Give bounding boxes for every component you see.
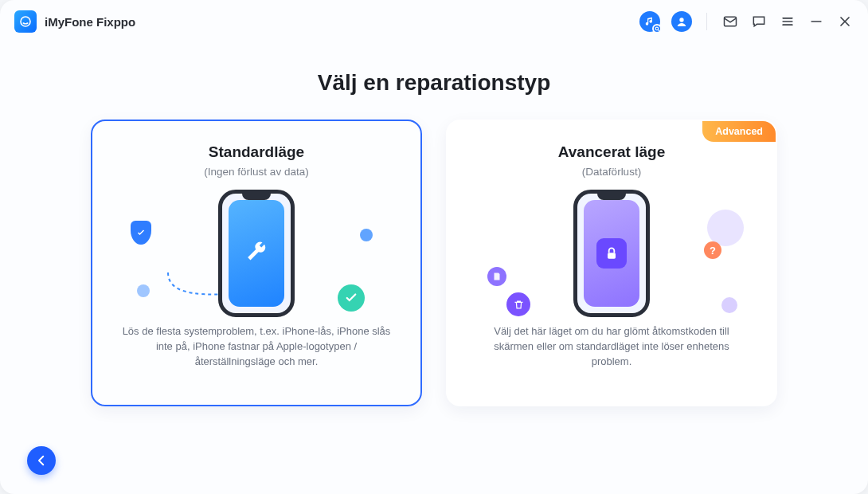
titlebar-actions (639, 11, 854, 32)
gear-icon (137, 284, 150, 297)
app-logo-icon (14, 10, 37, 33)
shield-icon (131, 221, 151, 245)
feedback-icon[interactable] (750, 13, 768, 30)
titlebar: iMyFone Fixppo (0, 0, 868, 43)
card-advanced-illustration: ? (471, 186, 752, 321)
wrench-icon (244, 241, 268, 265)
page-title: Välj en reparationstyp (0, 70, 868, 96)
svg-point-5 (611, 255, 612, 257)
menu-icon[interactable] (779, 13, 796, 30)
card-standard-illustration (116, 186, 397, 321)
back-button[interactable] (27, 446, 56, 475)
card-standard-mode[interactable]: Standardläge (Ingen förlust av data) (91, 120, 422, 406)
app-window: iMyFone Fixppo (0, 0, 868, 494)
lock-icon (596, 238, 627, 269)
disk-icon (487, 267, 506, 286)
check-circle-icon (338, 284, 365, 312)
decorative-dot (360, 229, 373, 241)
titlebar-divider (706, 13, 707, 30)
music-search-icon[interactable] (639, 11, 660, 32)
account-icon[interactable] (671, 11, 692, 32)
card-advanced-mode[interactable]: Advanced Avancerat läge (Dataförlust) ? (446, 120, 777, 406)
mail-icon[interactable] (721, 13, 739, 30)
svg-point-0 (21, 17, 30, 26)
card-advanced-description: Välj det här läget om du har glömt åtkom… (471, 324, 752, 370)
close-icon[interactable] (836, 13, 854, 30)
card-advanced-subtitle: (Dataförlust) (471, 166, 752, 178)
card-standard-title: Standardläge (116, 143, 397, 161)
question-icon: ? (704, 241, 721, 259)
card-standard-subtitle: (Ingen förlust av data) (116, 166, 397, 178)
decorative-blob (721, 297, 737, 313)
card-advanced-title: Avancerat läge (471, 143, 752, 161)
arrow-left-icon (34, 453, 49, 468)
svg-point-1 (655, 27, 659, 30)
advanced-badge: Advanced (702, 121, 776, 142)
card-grid: Standardläge (Ingen förlust av data) (0, 120, 868, 406)
app-title: iMyFone Fixppo (45, 15, 135, 29)
card-standard-description: Lös de flesta systemproblem, t.ex. iPhon… (116, 324, 397, 370)
svg-point-2 (679, 18, 683, 22)
minimize-icon[interactable] (807, 13, 825, 30)
trash-icon (506, 292, 530, 316)
phone-icon (573, 190, 650, 317)
phone-icon (218, 190, 295, 317)
